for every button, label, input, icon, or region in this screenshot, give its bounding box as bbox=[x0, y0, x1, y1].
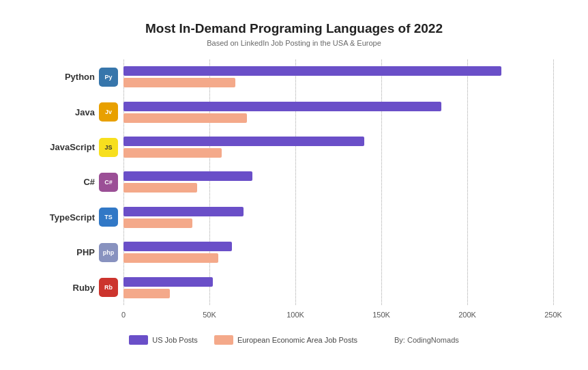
x-tick-0: 0 bbox=[121, 311, 126, 319]
y-label-java: JavaJv bbox=[35, 97, 118, 127]
legend-item-us: US Job Posts bbox=[129, 335, 198, 345]
y-label-text-c#: C# bbox=[83, 177, 95, 187]
bar-group-typescript bbox=[123, 202, 553, 232]
bar-us-java bbox=[123, 102, 441, 111]
y-label-typescript: TypeScriptTS bbox=[35, 202, 118, 232]
y-axis: PythonPyJavaJvJavaScriptJSC#C#TypeScript… bbox=[35, 59, 123, 305]
bar-eu-java bbox=[123, 113, 247, 123]
bar-us-python bbox=[123, 66, 501, 76]
y-label-text-typescript: TypeScript bbox=[50, 212, 95, 223]
lang-icon-php: php bbox=[99, 243, 118, 262]
bar-group-php bbox=[123, 238, 553, 268]
bar-eu-c# bbox=[123, 183, 197, 193]
y-label-text-javascript: JavaScript bbox=[50, 142, 95, 152]
y-label-ruby: RubyRb bbox=[35, 272, 118, 302]
bar-us-c# bbox=[123, 171, 252, 181]
x-tick-200K: 200K bbox=[458, 311, 476, 319]
bar-us-ruby bbox=[123, 277, 213, 287]
y-label-php: PHPphp bbox=[35, 238, 118, 268]
bar-eu-php bbox=[123, 253, 218, 263]
bar-group-ruby bbox=[123, 272, 553, 302]
bar-us-javascript bbox=[123, 137, 364, 146]
y-label-text-python: Python bbox=[65, 72, 95, 82]
bar-group-java bbox=[123, 97, 553, 127]
chart-container: Most In-Demand Programing Languages of 2… bbox=[14, 8, 574, 362]
lang-icon-ruby: Rb bbox=[99, 278, 118, 297]
legend-box-us bbox=[129, 335, 148, 345]
x-tick-100K: 100K bbox=[286, 311, 304, 319]
bar-eu-python bbox=[123, 78, 235, 87]
bar-us-php bbox=[123, 242, 232, 251]
bar-group-c# bbox=[123, 167, 553, 197]
chart-subtitle: Based on LinkedIn Job Posting in the USA… bbox=[35, 39, 553, 47]
bar-us-typescript bbox=[123, 207, 244, 216]
legend-label-us: US Job Posts bbox=[152, 336, 198, 344]
bar-group-javascript bbox=[123, 132, 553, 162]
lang-icon-java: Jv bbox=[99, 102, 118, 122]
y-label-javascript: JavaScriptJS bbox=[35, 132, 118, 162]
lang-icon-javascript: JS bbox=[99, 138, 118, 157]
y-label-python: PythonPy bbox=[35, 62, 118, 92]
bar-eu-ruby bbox=[123, 289, 170, 298]
y-label-text-java: Java bbox=[75, 107, 95, 117]
y-label-text-php: PHP bbox=[76, 247, 95, 257]
bars-area bbox=[123, 59, 553, 305]
chart-title: Most In-Demand Programing Languages of 2… bbox=[35, 21, 553, 36]
legend: US Job Posts European Economic Area Job … bbox=[35, 335, 553, 345]
bar-eu-typescript bbox=[123, 218, 192, 228]
legend-label-eu: European Economic Area Job Posts bbox=[237, 336, 357, 344]
legend-box-eu bbox=[214, 335, 233, 345]
x-tick-50K: 50K bbox=[203, 311, 216, 319]
legend-item-eu: European Economic Area Job Posts bbox=[214, 335, 357, 345]
lang-icon-python: Py bbox=[99, 68, 118, 87]
lang-icon-c#: C# bbox=[99, 173, 118, 192]
bar-eu-javascript bbox=[123, 148, 222, 158]
y-label-c#: C#C# bbox=[35, 167, 118, 197]
x-axis: 050K100K150K200K250K bbox=[123, 311, 553, 322]
y-label-text-ruby: Ruby bbox=[73, 283, 95, 293]
lang-icon-typescript: TS bbox=[99, 208, 118, 227]
grid-line-250000 bbox=[553, 59, 554, 305]
chart-area: PythonPyJavaJvJavaScriptJSC#C#TypeScript… bbox=[35, 59, 553, 305]
x-tick-150K: 150K bbox=[372, 311, 390, 319]
attribution: By: CodingNomads bbox=[394, 336, 459, 344]
bar-group-python bbox=[123, 62, 553, 92]
x-tick-250K: 250K bbox=[544, 311, 562, 319]
